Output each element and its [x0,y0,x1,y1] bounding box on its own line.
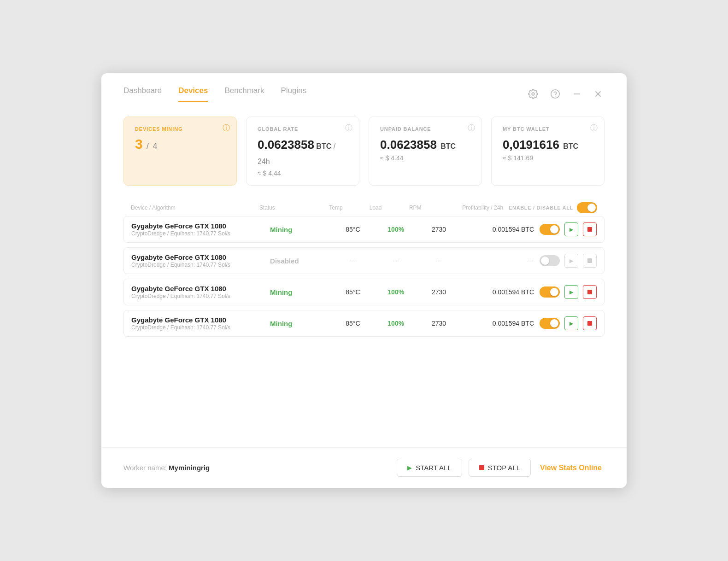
stat-card-global-rate: ⓘ GLOBAL RATE 0.0623858 BTC / 24h ≈ $ 4.… [246,117,359,186]
device-3-stop-button[interactable] [583,285,597,299]
table-row: Gygabyte GeForce GTX 1080 CryptoDredge /… [123,279,605,305]
device-3-play-button[interactable]: ▶ [564,285,578,299]
stop-all-label: STOP ALL [488,464,520,472]
tab-plugins[interactable]: Plugins [281,86,306,102]
device-4-stop-button[interactable] [583,316,597,330]
table-header: Device / Algorithm Status Temp Load RPM … [123,202,605,216]
devices-mining-value: 3 / 4 [135,136,225,152]
help-icon [550,89,560,99]
device-1-stop-button[interactable] [583,222,597,236]
device-4-status: Mining [266,320,331,327]
device-2-temp: --- [331,257,374,264]
stop-icon [587,290,592,294]
global-rate-value: 0.0623858 BTC / 24h [258,136,348,167]
device-3-toggle[interactable] [540,286,560,298]
enable-disable-all-container: ENABLE / DISABLE ALL [509,202,597,213]
col-header-rpm: RPM [395,205,435,211]
tab-benchmark[interactable]: Benchmark [224,86,264,102]
device-4-sub: CryptoDredge / Equihash: 1740.77 Sol/s [131,324,266,331]
tab-dashboard[interactable]: Dashboard [123,86,162,102]
device-2-controls: ▶ [540,254,597,268]
device-row-4: Gygabyte GeForce GTX 1080 CryptoDredge /… [124,310,604,336]
device-2-profit: --- [460,257,540,264]
btc-wallet-number: 0,0191616 [503,138,559,152]
device-2-stop-button[interactable] [583,254,597,268]
device-4-name-col: Gygabyte GeForce GTX 1080 CryptoDredge /… [131,316,266,331]
device-4-play-button[interactable]: ▶ [564,316,578,330]
device-3-rpm: 2730 [417,288,460,296]
device-1-profit: 0.001594 BTC [460,226,540,233]
device-2-play-button[interactable]: ▶ [564,254,578,268]
main-content: ⓘ DEVICES MINING 3 / 4 ⓘ GLOBAL RATE 0.0… [101,102,627,447]
gear-icon [528,89,538,99]
device-1-rpm: 2730 [417,226,460,233]
close-icon [593,89,603,99]
col-header-load: Load [356,205,395,211]
start-all-button[interactable]: ▶ START ALL [397,459,462,477]
device-2-rpm: --- [417,257,460,264]
device-1-sub: CryptoDredge / Equihash: 1740.77 Sol/s [131,230,266,237]
device-1-temp: 85°C [331,226,374,233]
device-2-toggle[interactable] [540,255,560,266]
play-icon: ▶ [569,227,573,233]
nav-bar: Dashboard Devices Benchmark Plugins [101,73,627,102]
device-4-controls: ▶ [540,316,597,330]
unpaid-balance-info-icon[interactable]: ⓘ [468,123,475,133]
device-1-name-col: Gygabyte GeForce GTX 1080 CryptoDredge /… [131,222,266,237]
worker-name-value: Myminingrig [169,464,210,472]
start-all-label: START ALL [416,464,452,472]
device-1-toggle[interactable] [540,224,560,235]
stat-card-unpaid-balance: ⓘ UNPAID BALANCE 0.0623858 BTC ≈ $ 4.44 [369,117,482,186]
device-2-name-col: Gygabyte GeForce GTX 1080 CryptoDredge /… [131,253,266,268]
view-stats-button[interactable]: View Stats Online [537,459,605,477]
nav-tabs: Dashboard Devices Benchmark Plugins [123,86,526,102]
device-3-name: Gygabyte GeForce GTX 1080 [131,285,266,292]
help-button[interactable] [548,87,562,101]
app-window: Dashboard Devices Benchmark Plugins [101,73,627,488]
stop-icon [587,321,592,326]
device-3-temp: 85°C [331,288,374,296]
btc-wallet-info-icon[interactable]: ⓘ [590,123,598,133]
global-rate-unit: BTC [314,142,334,150]
footer-buttons: ▶ START ALL STOP ALL View Stats Online [397,459,605,477]
device-1-status: Mining [266,226,331,234]
device-1-load: 100% [375,226,417,233]
device-4-load: 100% [375,320,417,327]
global-rate-label: GLOBAL RATE [258,126,348,132]
stop-icon [587,258,592,263]
close-button[interactable] [592,88,605,100]
device-4-rpm: 2730 [417,320,460,327]
device-2-load: --- [375,257,417,264]
unpaid-balance-sub: ≈ $ 4.44 [380,154,470,162]
device-4-toggle[interactable] [540,318,560,329]
device-4-profit: 0.001594 BTC [460,320,540,327]
stop-all-button[interactable]: STOP ALL [469,459,531,477]
enable-all-toggle[interactable] [577,202,597,213]
col-header-status: Status [256,205,316,211]
col-header-temp: Temp [316,205,356,211]
settings-button[interactable] [526,87,540,101]
col-header-device: Device / Algorithm [131,205,256,211]
btc-wallet-unit: BTC [563,142,578,150]
global-rate-sub: ≈ $ 4.44 [258,169,348,177]
device-3-status: Mining [266,288,331,296]
device-4-temp: 85°C [331,320,374,327]
play-icon: ▶ [569,258,573,264]
devices-mining-label: DEVICES MINING [135,126,225,132]
device-row-3: Gygabyte GeForce GTX 1080 CryptoDredge /… [124,279,604,305]
tab-devices[interactable]: Devices [178,86,208,102]
btc-wallet-sub: ≈ $ 141,69 [503,154,593,162]
device-1-play-button[interactable]: ▶ [564,222,578,236]
device-row-1: Gygabyte GeForce GTX 1080 CryptoDredge /… [124,216,604,242]
table-row: Gygabyte GeForce GTX 1080 CryptoDredge /… [123,247,605,274]
devices-mining-info-icon[interactable]: ⓘ [223,123,230,133]
worker-name-display: Worker name: Myminingrig [123,464,397,472]
global-rate-info-icon[interactable]: ⓘ [345,123,352,133]
table-row: Gygabyte GeForce GTX 1080 CryptoDredge /… [123,310,605,337]
device-3-sub: CryptoDredge / Equihash: 1740.77 Sol/s [131,293,266,299]
enable-disable-all-label: ENABLE / DISABLE ALL [509,205,573,210]
footer: Worker name: Myminingrig ▶ START ALL STO… [101,447,627,488]
devices-mining-slash: / [147,141,149,151]
minimize-button[interactable] [570,88,583,100]
device-2-sub: CryptoDredge / Equihash: 1740.77 Sol/s [131,262,266,268]
